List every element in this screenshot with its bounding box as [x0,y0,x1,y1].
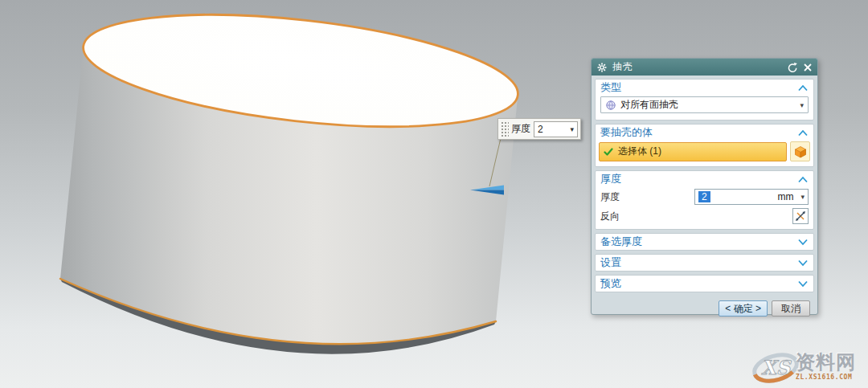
dropdown-arrow-icon[interactable]: ▾ [800,193,805,201]
dropdown-arrow-icon[interactable]: ▾ [570,125,574,133]
dialog-titlebar[interactable]: 抽壳 [592,59,817,76]
shell-type-value: 对所有面抽壳 [620,98,678,112]
thickness-value: 2 [698,191,710,202]
chevron-up-icon[interactable] [797,129,809,137]
onscreen-thickness-value: 2 [538,124,543,135]
group-body-header[interactable]: 要抽壳的体 [596,125,813,141]
chevron-down-icon[interactable] [797,239,809,246]
group-preview: 预览 [595,275,814,292]
watermark-site-name: 资料网 [796,353,856,372]
cancel-button[interactable]: 取消 [772,300,810,317]
thickness-unit: mm [777,191,793,202]
reset-icon[interactable] [787,62,798,73]
group-alternate-thickness: 备选厚度 [595,233,814,251]
group-thickness-header[interactable]: 厚度 [596,171,813,187]
group-alternate-thickness-title: 备选厚度 [600,235,642,249]
watermark: XS 资料网 ZL.XS1616.COM [751,345,868,388]
close-icon[interactable] [803,63,813,72]
watermark-site-url: ZL.XS1616.COM [796,374,856,381]
reverse-direction-button[interactable] [792,208,809,224]
xs-logo-icon: XS [751,348,802,386]
group-settings: 设置 [595,254,814,272]
watermark-logo-text: XS [761,356,792,379]
group-alternate-thickness-header[interactable]: 备选厚度 [596,234,813,250]
group-type: 类型 对所有面抽壳 ▾ [595,79,814,120]
group-settings-header[interactable]: 设置 [596,255,813,271]
reverse-direction-icon [795,210,806,222]
group-thickness-title: 厚度 [600,172,621,186]
group-type-title: 类型 [600,80,621,95]
dialog-title: 抽壳 [612,60,633,74]
group-body-title: 要抽壳的体 [600,125,653,140]
shell-type-icon [605,100,616,111]
group-settings-title: 设置 [600,255,621,270]
reverse-direction-label: 反向 [600,210,620,223]
dialog-footer: < 确定 > 取消 [595,296,814,317]
onscreen-thickness-input[interactable]: 2 ▾ [534,121,578,137]
select-body-label: 选择体 (1) [618,145,661,158]
chevron-down-icon[interactable] [797,280,809,288]
drag-handle[interactable] [500,120,509,137]
solid-body-filter-button[interactable] [790,141,810,161]
shell-dialog: 抽壳 类型 [591,58,818,315]
thickness-input[interactable]: 2 mm ▾ [694,189,809,205]
chevron-down-icon[interactable] [797,259,809,267]
ok-button[interactable]: < 确定 > [719,300,768,317]
group-type-header[interactable]: 类型 [596,80,813,96]
cube-icon [794,145,807,158]
gear-icon [596,62,608,73]
group-body-to-shell: 要抽壳的体 选择体 (1) [595,124,814,167]
dropdown-arrow-icon[interactable]: ▾ [800,101,804,109]
onscreen-thickness-box: 厚度 2 ▾ [497,118,581,140]
shell-type-select[interactable]: 对所有面抽壳 ▾ [600,96,809,113]
group-thickness: 厚度 厚度 2 mm ▾ 反向 [595,170,814,230]
cad-viewport: 厚度 2 ▾ 抽壳 [0,0,868,388]
group-preview-header[interactable]: 预览 [596,276,813,292]
chevron-up-icon[interactable] [797,176,809,183]
chevron-up-icon[interactable] [797,84,809,92]
onscreen-thickness-label: 厚度 [511,122,530,136]
thickness-field-label: 厚度 [600,190,620,204]
check-icon [604,148,613,156]
select-body-row[interactable]: 选择体 (1) [599,142,787,161]
model-cylinder[interactable] [60,0,523,354]
group-preview-title: 预览 [600,276,621,291]
dialog-body: 类型 对所有面抽壳 ▾ [592,76,817,320]
